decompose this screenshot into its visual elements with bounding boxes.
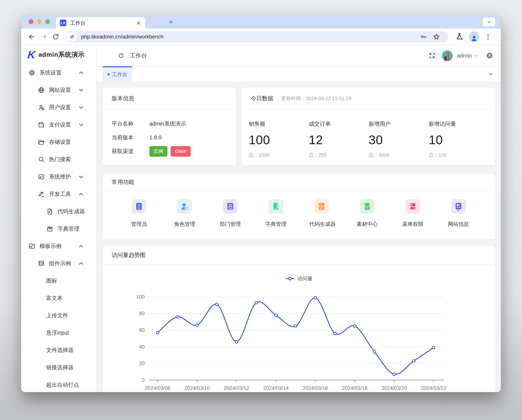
feature-item[interactable]: 代码生成器: [309, 199, 334, 228]
sidebar-item[interactable]: 字典管理: [21, 220, 96, 237]
sidebar-item[interactable]: 组件示例: [21, 255, 96, 272]
browser-profile-button[interactable]: [469, 31, 479, 42]
stack-icon: [38, 260, 45, 267]
sidebar-item[interactable]: 系统设置: [21, 64, 96, 81]
channel-button[interactable]: Gitee: [171, 146, 191, 157]
sidebar-item[interactable]: 图标: [21, 272, 96, 290]
sidebar-item[interactable]: 模板示例: [21, 237, 96, 255]
password-key-icon[interactable]: [419, 33, 428, 41]
tab-close-icon[interactable]: [136, 20, 141, 26]
channel-button[interactable]: 官网: [149, 146, 168, 157]
feature-item[interactable]: 角色管理: [172, 199, 197, 228]
feature-item[interactable]: 部门管理: [218, 199, 243, 228]
traffic-light-zoom[interactable]: [45, 19, 50, 24]
refresh-page-icon[interactable]: [118, 52, 124, 59]
fullscreen-icon[interactable]: [429, 52, 435, 59]
site-info-button[interactable]: [67, 32, 77, 42]
reload-icon[interactable]: [52, 33, 60, 41]
browser-menu-icon[interactable]: [484, 33, 492, 41]
gear-icon: [28, 69, 35, 76]
avatar[interactable]: [442, 50, 453, 61]
chart-legend[interactable]: 访问量: [285, 275, 313, 282]
username[interactable]: admin: [457, 53, 472, 59]
feature-item[interactable]: 素材中心: [355, 199, 379, 228]
globe-icon: [38, 86, 45, 94]
panel-icon: [38, 173, 45, 180]
feature-item[interactable]: 菜单权限: [400, 199, 425, 228]
sidebar-item[interactable]: 文件选择器: [21, 342, 96, 359]
app-logo[interactable]: K admin系统演示: [21, 45, 96, 64]
logo-icon: K: [27, 49, 36, 60]
version-row-label: 平台名称: [112, 120, 149, 128]
back-icon[interactable]: [28, 33, 36, 41]
svg-text:2024/03/20: 2024/03/20: [381, 385, 407, 391]
stat-total: 总：1000: [249, 152, 309, 158]
feature-item[interactable]: 字典管理: [264, 199, 288, 228]
bookmark-star-icon[interactable]: [432, 33, 441, 41]
chart-card-title: 访问量趋势图: [112, 251, 146, 259]
features-card-title: 常用功能: [112, 178, 134, 186]
sidebar-item[interactable]: 存储设置: [21, 133, 96, 151]
feature-label: 部门管理: [218, 221, 243, 228]
tune-icon: [69, 34, 75, 40]
svg-text:2024/03/08: 2024/03/08: [145, 385, 170, 391]
sidebar-item[interactable]: 系统维护: [21, 168, 96, 185]
traffic-light-close[interactable]: [29, 19, 33, 24]
experiments-button[interactable]: [455, 32, 464, 41]
sidebar-item[interactable]: 链接选择器: [21, 359, 96, 376]
stat-item: 新增访问量10总：100: [429, 120, 489, 158]
browser-tab-title: 工作台: [70, 20, 136, 26]
legend-marker-icon: [285, 276, 295, 281]
template-icon: [28, 243, 35, 250]
stat-label: 新增访问量: [429, 120, 489, 128]
traffic-light-minimize[interactable]: [37, 19, 42, 24]
stat-value: 12: [309, 133, 369, 147]
feature-label: 素材中心: [355, 221, 379, 228]
pencil-icon: [38, 191, 45, 198]
browser-toolbar: php.likeadmin.cn/admin/workbench: [21, 29, 501, 45]
dictionary-icon: [269, 199, 283, 214]
sidebar-item[interactable]: 悬浮input: [21, 324, 96, 342]
sidebar-item[interactable]: 富文本: [21, 290, 96, 307]
tab-search-button[interactable]: [483, 17, 495, 26]
sidebar-item[interactable]: 超出自动打点: [21, 376, 96, 392]
stat-value: 30: [369, 133, 429, 147]
sidebar-item[interactable]: 开发工具: [21, 185, 96, 203]
site-favicon: LA: [60, 20, 66, 26]
sidebar-item[interactable]: 代码生成器: [21, 203, 96, 220]
sidebar-item[interactable]: 支付设置: [21, 116, 96, 133]
flask-badge: [460, 37, 463, 40]
settings-gear-icon[interactable]: [486, 52, 493, 59]
sidebar-item[interactable]: 上传文件: [21, 307, 96, 324]
sidebar-item-label: 超出自动打点: [46, 381, 79, 389]
feature-item[interactable]: 网站信息: [446, 199, 471, 228]
svg-text:2024/03/18: 2024/03/18: [342, 385, 367, 391]
url-text[interactable]: php.likeadmin.cn/admin/workbench: [81, 34, 417, 40]
chevron-down-icon: [77, 173, 85, 180]
sidebar-item[interactable]: 网站设置: [21, 81, 96, 99]
user-menu-chevron-icon[interactable]: [473, 53, 478, 58]
svg-text:2024/03/12: 2024/03/12: [224, 385, 249, 391]
sidebar-nav: 系统设置网站设置用户设置支付设置存储设置热门搜索系统维护开发工具代码生成器字典管…: [21, 64, 96, 392]
feature-label: 代码生成器: [309, 221, 334, 228]
forward-icon[interactable]: [40, 33, 48, 41]
browser-tab[interactable]: LA 工作台: [56, 17, 145, 29]
address-bar[interactable]: php.likeadmin.cn/admin/workbench: [66, 31, 448, 43]
user-clock-icon: [38, 104, 45, 111]
sidebar-item-label: 系统维护: [49, 173, 71, 181]
sidebar-item-label: 热门搜索: [49, 156, 71, 163]
tab-workbench[interactable]: 工作台: [103, 66, 132, 81]
feature-label: 角色管理: [172, 221, 197, 228]
sidebar-item-label: 上传文件: [46, 312, 68, 319]
feature-label: 网站信息: [446, 221, 471, 228]
today-card-title: 今日数据: [251, 95, 273, 102]
stat-total: 总：3000: [369, 152, 429, 158]
stat-value: 10: [429, 133, 489, 147]
feature-item[interactable]: 管理员: [127, 199, 151, 228]
sidebar-item-label: 支付设置: [49, 121, 71, 129]
tabs-more-chevron-icon[interactable]: [487, 71, 494, 77]
sidebar-item[interactable]: 热门搜索: [21, 151, 96, 168]
sidebar-item[interactable]: 用户设置: [21, 99, 96, 116]
sidebar-item-label: 系统设置: [40, 69, 61, 76]
new-tab-icon[interactable]: [167, 18, 175, 26]
